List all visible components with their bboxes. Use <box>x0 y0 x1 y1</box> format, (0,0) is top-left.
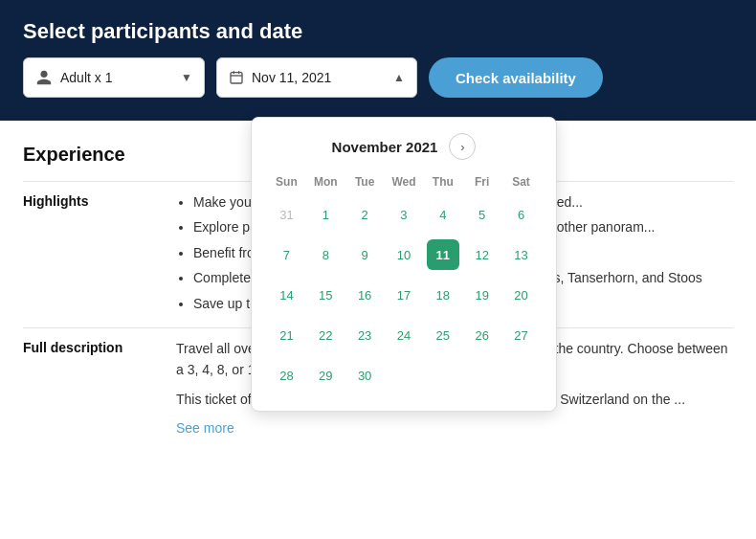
calendar-cell: 30 <box>345 355 385 395</box>
calendar-week-2: 14151617181920 <box>267 275 541 315</box>
calendar-day-29[interactable]: 29 <box>309 360 342 391</box>
calendar-day-13[interactable]: 13 <box>505 239 538 270</box>
calendar-cell: 10 <box>385 235 424 275</box>
calendar-day-21[interactable]: 21 <box>270 320 302 350</box>
calendar-dow-fri: Fri <box>462 171 501 194</box>
calendar-cell: 25 <box>423 315 462 355</box>
calendar-cell: 29 <box>306 355 345 395</box>
calendar-cell: 13 <box>501 235 541 275</box>
calendar-day-10[interactable]: 10 <box>388 239 420 270</box>
calendar-week-1: 78910111213 <box>267 235 541 275</box>
participants-label: Adult x 1 <box>60 70 173 85</box>
calendar-day-4[interactable]: 4 <box>427 199 459 230</box>
calendar-next-button[interactable]: › <box>449 133 476 160</box>
calendar-day-11[interactable]: 11 <box>427 239 459 270</box>
calendar-cell: 15 <box>306 275 345 315</box>
calendar-dow-thu: Thu <box>423 171 462 194</box>
participants-dropdown[interactable]: Adult x 1 ▼ <box>23 57 205 98</box>
calendar-nav: November 2021 › <box>267 133 541 160</box>
calendar-icon <box>229 70 244 85</box>
calendar-cell: 18 <box>423 275 462 315</box>
calendar-day-15[interactable]: 15 <box>309 280 342 310</box>
calendar-week-4: 282930 <box>267 355 541 395</box>
calendar-day-2[interactable]: 2 <box>348 199 381 230</box>
calendar-dow-mon: Mon <box>306 171 345 194</box>
header-bar: Select participants and date Adult x 1 ▼… <box>0 0 756 121</box>
date-chevron-icon: ▲ <box>393 71 405 84</box>
header-controls: Adult x 1 ▼ Nov 11, 2021 ▲ Check availab… <box>23 57 733 98</box>
calendar-week-3: 21222324252627 <box>267 315 541 355</box>
calendar-dow-wed: Wed <box>385 171 424 194</box>
calendar-cell: 2 <box>345 194 385 235</box>
calendar-header-row: SunMonTueWedThuFriSat <box>267 171 541 194</box>
calendar-day-16[interactable]: 16 <box>348 280 381 310</box>
calendar-cell: 8 <box>306 235 345 275</box>
calendar-day-17[interactable]: 17 <box>388 280 420 310</box>
calendar-cell: 14 <box>267 275 306 315</box>
calendar-cell <box>501 355 541 395</box>
calendar-cell: 27 <box>501 315 541 355</box>
check-availability-button[interactable]: Check availability <box>429 57 603 98</box>
calendar-day-23[interactable]: 23 <box>348 320 381 350</box>
calendar-day-6[interactable]: 6 <box>505 199 538 230</box>
calendar-day-12[interactable]: 12 <box>466 239 499 270</box>
calendar-cell <box>423 355 462 395</box>
calendar-day-28[interactable]: 28 <box>270 360 302 391</box>
calendar-day-7[interactable]: 7 <box>270 239 302 270</box>
calendar-day-22[interactable]: 22 <box>309 320 342 350</box>
calendar-day-14[interactable]: 14 <box>270 280 302 310</box>
see-more-link[interactable]: See more <box>176 420 234 436</box>
calendar-cell: 23 <box>345 315 385 355</box>
calendar-week-0: 31123456 <box>267 194 541 235</box>
calendar-day-3[interactable]: 3 <box>388 199 420 230</box>
page-wrapper: Select participants and date Adult x 1 ▼… <box>0 0 756 539</box>
calendar-day-1[interactable]: 1 <box>309 199 342 230</box>
calendar-cell: 11 <box>423 235 462 275</box>
calendar-cell <box>462 355 501 395</box>
calendar-cell: 31 <box>267 194 306 235</box>
calendar-month-year: November 2021 <box>332 139 438 155</box>
calendar-cell: 5 <box>462 194 501 235</box>
calendar-day-27[interactable]: 27 <box>505 320 538 350</box>
calendar-cell: 20 <box>501 275 541 315</box>
full-description-label: Full description <box>23 338 176 355</box>
calendar-body: 3112345678910111213141516171819202122232… <box>267 194 541 395</box>
calendar-cell: 22 <box>306 315 345 355</box>
page-title: Select participants and date <box>23 19 733 44</box>
date-label: Nov 11, 2021 <box>252 70 386 85</box>
calendar-day-18[interactable]: 18 <box>427 280 459 310</box>
calendar-day-20[interactable]: 20 <box>505 280 538 310</box>
calendar-cell: 9 <box>345 235 385 275</box>
calendar-cell: 26 <box>462 315 501 355</box>
calendar-cell: 6 <box>501 194 541 235</box>
calendar-day-19[interactable]: 19 <box>466 280 499 310</box>
person-icon <box>35 69 53 86</box>
calendar-day-5[interactable]: 5 <box>466 199 499 230</box>
calendar-day-9[interactable]: 9 <box>348 239 381 270</box>
svg-rect-0 <box>231 73 242 83</box>
date-dropdown[interactable]: Nov 11, 2021 ▲ <box>216 57 417 98</box>
participants-chevron-icon: ▼ <box>181 71 192 84</box>
calendar-cell: 21 <box>267 315 306 355</box>
calendar-day-30[interactable]: 30 <box>348 360 381 391</box>
calendar-cell: 24 <box>385 315 424 355</box>
calendar-day-8[interactable]: 8 <box>309 239 342 270</box>
calendar-popup: November 2021 › SunMonTueWedThuFriSat 31… <box>251 117 557 412</box>
calendar-cell: 12 <box>462 235 501 275</box>
calendar-dow-tue: Tue <box>345 171 385 194</box>
calendar-dow-sun: Sun <box>267 171 306 194</box>
calendar-cell: 19 <box>462 275 501 315</box>
calendar-cell: 7 <box>267 235 306 275</box>
calendar-cell: 16 <box>345 275 385 315</box>
calendar-cell: 1 <box>306 194 345 235</box>
calendar-grid: SunMonTueWedThuFriSat 311234567891011121… <box>267 171 541 395</box>
calendar-cell: 4 <box>423 194 462 235</box>
calendar-cell <box>385 355 424 395</box>
calendar-day-26[interactable]: 26 <box>466 320 499 350</box>
calendar-cell: 3 <box>385 194 424 235</box>
highlights-label: Highlights <box>23 191 176 209</box>
calendar-day-24[interactable]: 24 <box>388 320 420 350</box>
calendar-day-25[interactable]: 25 <box>427 320 459 350</box>
calendar-cell: 17 <box>385 275 424 315</box>
calendar-day-31: 31 <box>270 199 302 230</box>
